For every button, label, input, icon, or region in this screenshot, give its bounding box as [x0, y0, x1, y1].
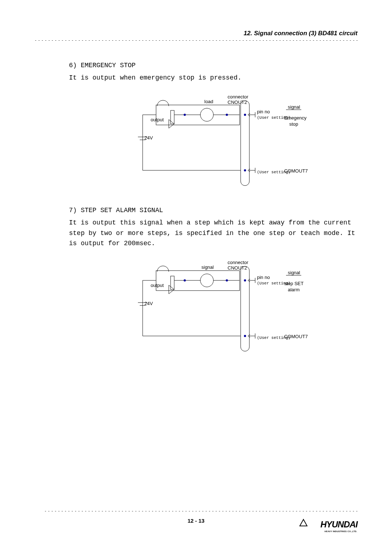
section-7-title: 7) STEP SET ALARM SIGNAL — [69, 207, 356, 214]
page-content: 6) EMERGENCY STOP It is output when emer… — [69, 62, 356, 372]
page-header: 12. Signal connection (3) BD481 circuit — [244, 30, 358, 37]
svg-point-6 — [226, 114, 228, 116]
svg-point-15 — [244, 169, 246, 171]
header-rule: ----------------------------------------… — [34, 38, 358, 42]
svg-point-23 — [184, 279, 186, 281]
svg-point-4 — [184, 114, 186, 116]
svg-rect-1 — [171, 110, 174, 124]
diagram-emergency-stop: output 24V load connector CNOUT2 pin no … — [111, 94, 314, 192]
svg-point-2 — [200, 108, 213, 121]
label-emergency: Emegency — [284, 115, 307, 121]
label-pinno: pin no — [257, 109, 270, 114]
svg-point-12 — [244, 114, 246, 116]
section-6-text: It is output when emergency stop is pres… — [69, 73, 356, 83]
label-stepset: step SET — [284, 281, 304, 286]
svg-rect-20 — [171, 276, 174, 289]
hyundai-logo-sub: HEAVY INDUSTRIES CO.,LTD. — [324, 530, 357, 532]
logo-triangle-icon — [299, 519, 308, 527]
svg-point-21 — [200, 274, 213, 287]
label-signal: signal — [288, 270, 300, 275]
label-signal: signal — [288, 104, 300, 110]
section-6-title: 6) EMERGENCY STOP — [69, 62, 356, 69]
label-alarm: alarm — [288, 287, 300, 292]
label-output: output — [151, 117, 164, 122]
label-load: load — [204, 99, 213, 104]
label-comout7: COMOUT7 — [284, 168, 308, 174]
svg-point-25 — [226, 279, 228, 281]
label-connector: connector — [228, 94, 249, 100]
label-stop: stop — [289, 121, 298, 127]
label-pinno: pin no — [257, 275, 270, 280]
label-24v: 24V — [144, 135, 153, 141]
label-comout7: COMOUT7 — [284, 334, 308, 339]
label-output: output — [151, 283, 164, 288]
svg-point-34 — [244, 335, 246, 337]
hyundai-logo: HYUNDAI — [320, 519, 358, 530]
label-signal-left: signal — [201, 264, 214, 270]
label-connector-name: CNOUT2 — [228, 100, 247, 105]
diagram-step-set-alarm: output 24V signal connector CNOUT2 pin n… — [111, 260, 314, 358]
svg-point-31 — [244, 279, 246, 281]
section-7-text: It is output this signal when a step whi… — [69, 218, 356, 249]
label-connector: connector — [228, 260, 249, 265]
label-connector-name: CNOUT2 — [228, 265, 247, 271]
label-24v: 24V — [144, 301, 153, 306]
footer-rule: ----------------------------------------… — [44, 509, 358, 513]
